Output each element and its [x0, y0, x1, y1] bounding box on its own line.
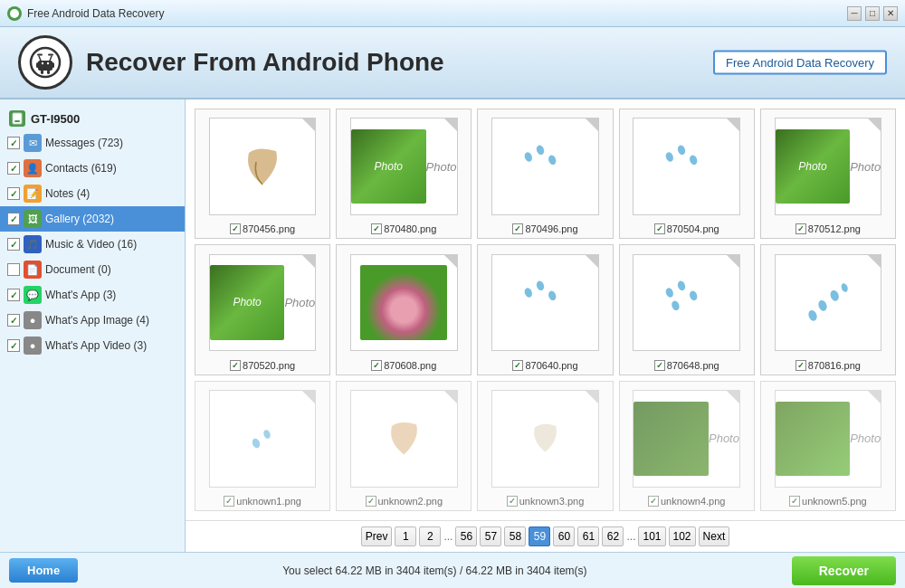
thumb-checkbox[interactable]: [371, 360, 382, 371]
thumb-checkbox[interactable]: [512, 223, 523, 234]
header-badge: Free Android Data Recovery: [713, 51, 887, 75]
gallery-item[interactable]: 870504.png: [619, 109, 755, 239]
gallery-item[interactable]: 870640.png: [477, 244, 613, 375]
sidebar-item-notes[interactable]: 📝 Notes (4): [0, 181, 185, 206]
page-button-56[interactable]: 56: [455, 526, 477, 546]
thumb-checkbox[interactable]: [512, 360, 523, 371]
thumb-image: [478, 245, 612, 359]
gallery-item[interactable]: 870648.png: [619, 244, 755, 375]
sidebar-checkbox-whatsapp-video[interactable]: [7, 339, 20, 352]
gallery-item[interactable]: 870456.png: [195, 109, 330, 239]
minimize-button[interactable]: ─: [847, 6, 862, 21]
sidebar-item-document[interactable]: 📄 Document (0): [0, 257, 185, 282]
sidebar-item-whatsapp[interactable]: 💬 What's App (3): [0, 282, 185, 308]
sidebar-item-contacts[interactable]: 👤 Contacts (619): [0, 156, 185, 181]
next-button[interactable]: Next: [699, 526, 730, 546]
page-button-1[interactable]: 1: [395, 526, 416, 546]
thumb-label: 870504.png: [654, 223, 719, 234]
page-button-62[interactable]: 62: [602, 526, 624, 546]
sidebar-checkbox-messages[interactable]: [7, 137, 20, 149]
thumb-filename: unknown2.png: [378, 496, 443, 507]
thumb-image: Photo Photo: [761, 109, 895, 223]
thumb-label: 870512.png: [795, 223, 861, 234]
thumb-filename: unknown5.png: [802, 496, 867, 507]
sidebar-checkbox-music[interactable]: [7, 238, 20, 251]
sidebar-icon-messages: ✉: [24, 134, 42, 152]
page-button-61[interactable]: 61: [577, 526, 599, 546]
thumb-checkbox[interactable]: [789, 496, 800, 507]
sidebar-label-whatsapp-video: What's App Video (3): [45, 339, 179, 352]
page-button-2[interactable]: 2: [419, 526, 441, 546]
sidebar-checkbox-gallery[interactable]: [7, 213, 20, 225]
page-button-57[interactable]: 57: [480, 526, 501, 546]
sidebar-label-gallery: Gallery (2032): [45, 213, 179, 225]
window-controls[interactable]: ─ □ ✕: [847, 6, 898, 21]
sidebar-item-music[interactable]: 🎵 Music & Video (16): [0, 232, 185, 257]
sidebar-item-gallery[interactable]: 🖼 Gallery (2032): [0, 206, 185, 232]
page-button-59[interactable]: 59: [529, 526, 550, 546]
sidebar-checkbox-document[interactable]: [7, 263, 20, 276]
gallery-item[interactable]: Photo unknown4.png: [619, 381, 755, 511]
sidebar-item-messages[interactable]: ✉ Messages (723): [0, 130, 185, 156]
svg-point-25: [671, 299, 681, 311]
photo-label: Photo: [850, 160, 881, 174]
svg-point-31: [262, 429, 272, 440]
svg-rect-2: [38, 61, 52, 71]
gallery-item[interactable]: unknown1.png: [195, 381, 330, 511]
prev-button[interactable]: Prev: [361, 526, 393, 546]
sidebar-checkbox-whatsapp[interactable]: [7, 289, 20, 301]
gallery-item[interactable]: 870608.png: [336, 244, 472, 375]
thumb-checkbox[interactable]: [654, 360, 665, 371]
thumb-checkbox[interactable]: [230, 360, 241, 371]
doc-frame: [491, 254, 599, 351]
gallery-item[interactable]: Photo unknown5.png: [760, 381, 896, 511]
thumb-checkbox[interactable]: [371, 223, 382, 234]
svg-point-26: [807, 309, 818, 322]
doc-frame: Photo: [633, 390, 740, 487]
photo-label: Photo: [284, 296, 315, 309]
thumb-checkbox[interactable]: [648, 496, 659, 507]
maximize-button[interactable]: □: [865, 6, 880, 21]
close-button[interactable]: ✕: [883, 6, 898, 21]
sidebar-checkbox-notes[interactable]: [7, 187, 20, 200]
page-button-60[interactable]: 60: [553, 526, 575, 546]
sidebar-checkbox-whatsapp-image[interactable]: [7, 314, 20, 327]
svg-point-0: [10, 9, 19, 18]
gallery-item[interactable]: unknown2.png: [336, 381, 472, 511]
photo-label: Photo: [426, 160, 457, 174]
svg-point-19: [523, 287, 533, 299]
thumb-filename: 870512.png: [808, 223, 861, 234]
sidebar-item-whatsapp-video[interactable]: ● What's App Video (3): [0, 333, 185, 358]
doc-frame: [209, 390, 317, 487]
device-icon: [9, 110, 25, 127]
thumb-filename: 870608.png: [384, 360, 436, 371]
thumb-image: Photo Photo: [337, 109, 471, 223]
doc-frame: [775, 254, 882, 351]
thumb-label: unknown2.png: [366, 496, 443, 507]
gallery-item[interactable]: Photo Photo 870512.png: [760, 109, 896, 239]
gallery-item[interactable]: Photo Photo 870520.png: [195, 244, 330, 375]
thumb-checkbox[interactable]: [230, 223, 241, 234]
gallery-item[interactable]: 870816.png: [760, 244, 896, 375]
page-button-58[interactable]: 58: [504, 526, 526, 546]
sidebar-item-whatsapp-image[interactable]: ● What's App Image (4): [0, 308, 185, 333]
thumb-label: unknown5.png: [789, 496, 867, 507]
svg-point-7: [42, 62, 43, 64]
recover-button[interactable]: Recover: [792, 556, 896, 585]
home-button[interactable]: Home: [9, 558, 78, 583]
sidebar-label-notes: Notes (4): [45, 187, 179, 200]
sidebar-checkbox-contacts[interactable]: [7, 162, 20, 175]
thumb-checkbox[interactable]: [366, 496, 376, 507]
thumb-checkbox[interactable]: [507, 496, 518, 507]
page-button-102[interactable]: 102: [669, 526, 696, 546]
thumb-checkbox[interactable]: [795, 360, 806, 371]
gallery-item[interactable]: 870496.png: [477, 109, 613, 239]
sidebar-icon-contacts: 👤: [24, 159, 42, 177]
thumb-checkbox[interactable]: [654, 223, 665, 234]
gallery-item[interactable]: Photo Photo 870480.png: [336, 109, 472, 239]
doc-frame: Photo Photo: [209, 254, 317, 351]
thumb-checkbox[interactable]: [795, 223, 806, 234]
page-button-101[interactable]: 101: [638, 526, 665, 546]
thumb-checkbox[interactable]: [224, 496, 234, 507]
gallery-item[interactable]: unknown3.png: [477, 381, 613, 511]
